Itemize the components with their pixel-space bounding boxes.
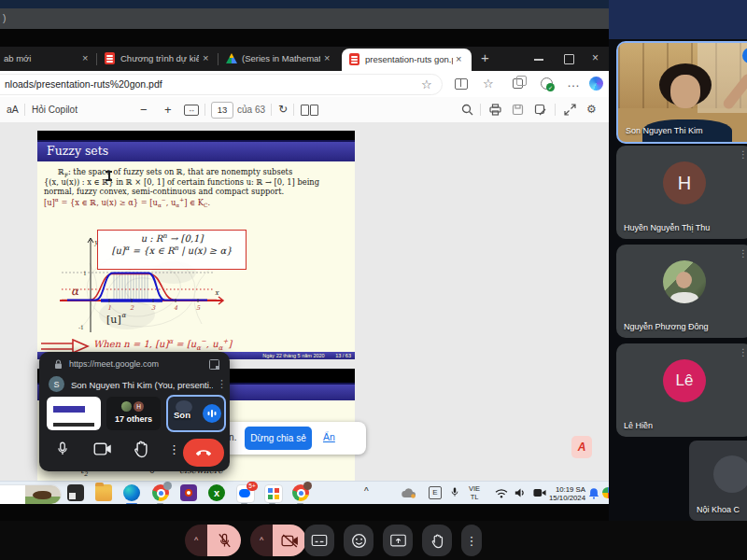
print-icon[interactable] bbox=[489, 104, 501, 116]
adobe-pdf-float-button[interactable]: A bbox=[571, 436, 592, 458]
tab-close-icon[interactable]: × bbox=[203, 53, 208, 63]
raise-hand-button[interactable] bbox=[422, 525, 452, 556]
copilot-icon[interactable] bbox=[589, 77, 603, 91]
taskbar-app-photos[interactable] bbox=[67, 484, 84, 501]
tab-close-icon[interactable]: × bbox=[456, 54, 461, 64]
reactions-button[interactable] bbox=[344, 525, 374, 556]
hide-link[interactable]: Ẩn bbox=[323, 431, 335, 442]
camera-off-button[interactable] bbox=[273, 525, 306, 556]
text: : the space of fuzzy sets on ℝ, that are… bbox=[68, 167, 292, 176]
window-minimize-button[interactable] bbox=[534, 59, 543, 61]
tile-menu-icon[interactable]: ⋮ bbox=[739, 149, 747, 160]
tray-e-icon[interactable]: E bbox=[429, 486, 442, 499]
tray-notification-bell[interactable] bbox=[588, 487, 599, 499]
zoom-out-button[interactable]: − bbox=[140, 97, 148, 122]
taskbar-search-box[interactable] bbox=[0, 484, 62, 505]
tray-wifi-icon[interactable] bbox=[495, 488, 508, 498]
tray-language-switcher[interactable]: VIETL bbox=[469, 484, 480, 501]
math-R: ℝ bbox=[58, 167, 64, 176]
participant-avatar-photo bbox=[663, 260, 706, 303]
page-number-input[interactable]: 13 bbox=[211, 102, 233, 119]
search-icon[interactable] bbox=[461, 104, 473, 116]
captions-button[interactable] bbox=[304, 525, 334, 556]
taskbar-app-zalo[interactable]: 5+ bbox=[236, 484, 255, 503]
minus-one-label: -1 bbox=[78, 324, 84, 330]
pip-open-icon[interactable] bbox=[209, 359, 219, 370]
taskbar-xbox[interactable]: x bbox=[208, 484, 225, 501]
save-as-icon[interactable] bbox=[534, 104, 546, 116]
tab-chuong-trinh[interactable]: Chương trình dự kiến Hộ × bbox=[98, 47, 216, 71]
pip-mic-button[interactable] bbox=[54, 440, 71, 458]
page-view-icon[interactable] bbox=[301, 105, 309, 116]
pip-more-button[interactable]: ⋮ bbox=[168, 442, 180, 456]
url-field[interactable]: nloads/presentation-ruts%20gon.pdf ☆ bbox=[0, 74, 443, 95]
mic-muted-button[interactable] bbox=[207, 525, 241, 556]
pip-thumb-presentation[interactable] bbox=[47, 397, 101, 430]
taskbar-app-purple[interactable] bbox=[180, 484, 197, 501]
more-options-button[interactable]: ⋮ bbox=[461, 525, 482, 556]
meet-control-bar: ^ ! ^ ! ⋮ bbox=[0, 521, 747, 560]
fit-to-width-button[interactable]: ↔ bbox=[184, 105, 199, 116]
tray-cloud-icon[interactable] bbox=[402, 488, 416, 498]
rotate-icon[interactable]: ↻ bbox=[278, 97, 288, 122]
taskbar-chrome-profile2[interactable] bbox=[292, 484, 309, 501]
taskbar-file-explorer[interactable] bbox=[95, 484, 112, 501]
shopping-icon[interactable]: ✓ bbox=[541, 77, 553, 90]
toolbar-separator bbox=[480, 104, 481, 116]
tray-hidden-icons-chevron[interactable]: ^ bbox=[364, 486, 369, 497]
clock-time: 10:19 SA bbox=[556, 485, 585, 494]
mic-options-chevron[interactable]: ^ bbox=[185, 525, 207, 556]
participant-tile-huyen[interactable]: ⋮ H Huyền Nguyễn Thị Thu bbox=[616, 146, 747, 239]
tray-mic-icon[interactable] bbox=[450, 486, 459, 498]
taskbar-app-store-tiles[interactable] bbox=[264, 484, 283, 503]
pip-menu-icon[interactable]: ⋮ bbox=[217, 378, 227, 390]
collections-icon[interactable] bbox=[513, 78, 523, 89]
zoom-in-button[interactable]: + bbox=[164, 97, 172, 122]
participant-tile-dong[interactable]: ⋮ Nguyễn Phương Đông bbox=[616, 245, 747, 338]
stop-sharing-button[interactable]: Dừng chia sẻ bbox=[245, 427, 312, 450]
tray-clock[interactable]: 10:19 SA15/10/2024 bbox=[546, 485, 585, 502]
favorites-bar-icon[interactable]: ☆ bbox=[483, 77, 494, 91]
slide1-title-bar: Fuzzy sets bbox=[37, 140, 355, 161]
participant-tile-son[interactable]: Son Nguyen Thi Kim bbox=[616, 41, 747, 144]
settings-gear-icon[interactable]: ⚙ bbox=[586, 97, 597, 122]
pip-raise-hand-button[interactable] bbox=[133, 440, 149, 458]
lock-icon bbox=[54, 359, 63, 370]
tab-separator bbox=[218, 53, 218, 65]
pip-url[interactable]: https://meet.google.com bbox=[69, 359, 159, 369]
tab-drive-series[interactable]: (Series in Mathematical A × bbox=[219, 47, 337, 71]
participant-tile-noi-khoa[interactable]: Nội Khoa C bbox=[689, 441, 747, 521]
taskbar-chrome[interactable] bbox=[152, 484, 169, 501]
window-close-button[interactable]: × bbox=[592, 51, 599, 64]
math: [u] bbox=[44, 198, 55, 207]
tile-menu-icon[interactable]: ⋮ bbox=[739, 248, 747, 259]
tile-menu-icon[interactable]: ⋮ bbox=[739, 347, 747, 357]
split-screen-icon[interactable] bbox=[455, 78, 468, 90]
present-screen-button[interactable] bbox=[383, 525, 413, 556]
meet-pip-window[interactable]: https://meet.google.com S Son Nguyen Thi… bbox=[39, 352, 230, 471]
more-menu-icon[interactable]: … bbox=[567, 75, 581, 90]
camera-options-chevron[interactable]: ^ bbox=[250, 525, 273, 556]
pip-end-call-button[interactable] bbox=[183, 439, 224, 467]
window-restore-button[interactable] bbox=[564, 54, 574, 64]
tab-close-icon[interactable]: × bbox=[82, 53, 88, 63]
pip-thumb-self-video[interactable]: Son bbox=[166, 395, 226, 432]
tab-new-tab-page[interactable]: ab mới × bbox=[0, 47, 93, 71]
tray-camera-icon[interactable] bbox=[533, 488, 546, 497]
participant-tile-le-hien[interactable]: ⋮ Lê Lê Hiền bbox=[616, 343, 747, 437]
tab-presentation-active[interactable]: presentation-ruts gon.pd × bbox=[342, 49, 472, 71]
chevron-up-icon: ^ bbox=[260, 536, 263, 545]
favorite-star-icon[interactable]: ☆ bbox=[421, 77, 432, 91]
pip-camera-button[interactable] bbox=[93, 441, 112, 456]
tab-close-icon[interactable]: × bbox=[324, 53, 330, 63]
save-icon[interactable] bbox=[512, 104, 524, 116]
ask-copilot-button[interactable]: Hỏi Copilot bbox=[32, 97, 78, 122]
text: {(x, u(x)) : x ∈ ℝ} in ℝ × [0, 1] of cer… bbox=[44, 177, 319, 187]
new-tab-button[interactable]: + bbox=[481, 49, 489, 65]
expand-icon[interactable] bbox=[564, 104, 576, 116]
taskbar-edge[interactable] bbox=[123, 484, 140, 501]
toolbar-separator bbox=[271, 104, 272, 116]
pip-thumb-others[interactable]: H 17 others bbox=[106, 397, 161, 430]
translate-icon[interactable]: aA bbox=[7, 97, 19, 122]
tray-volume-icon[interactable] bbox=[514, 487, 527, 498]
